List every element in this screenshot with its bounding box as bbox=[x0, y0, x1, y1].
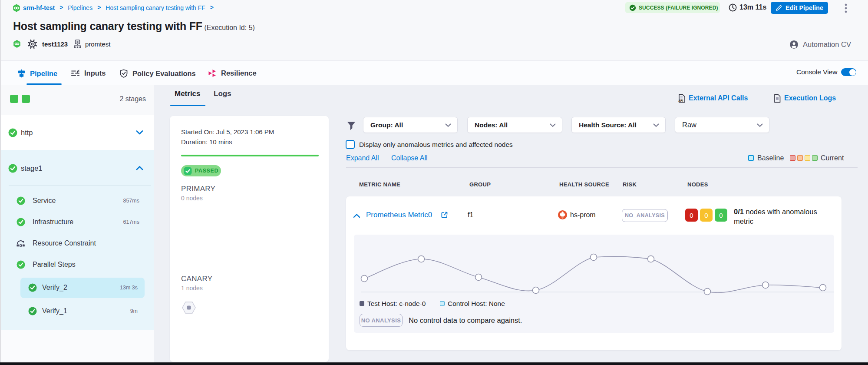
svg-text:API: API bbox=[678, 99, 683, 102]
